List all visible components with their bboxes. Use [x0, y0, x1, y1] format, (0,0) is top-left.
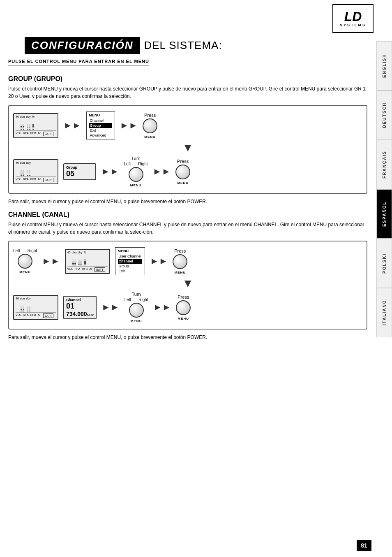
- menu-knob-2[interactable]: [175, 165, 190, 179]
- menu-item-channel: Channel: [89, 118, 112, 123]
- press-label-2: Press: [177, 159, 189, 164]
- menu-knob-label-1: MENU: [144, 135, 156, 139]
- batt-label: BATT: [43, 132, 53, 136]
- ch-turn-knob[interactable]: [129, 303, 144, 318]
- logo-systems: SYSTEMS: [340, 23, 366, 27]
- ch-knob-turn-1[interactable]: [18, 254, 32, 269]
- arrow-down-1: ▼: [182, 141, 194, 154]
- group-diagram-1: 40 dbu dby: [8, 105, 367, 194]
- channel-value-display: Channel 01 734.000MHz: [63, 296, 97, 319]
- ch-turn-label: Turn: [132, 292, 141, 297]
- channel-turn-knob-2: Turn Left Right MENU: [125, 292, 148, 323]
- ch-menu-knob-2[interactable]: [176, 300, 191, 315]
- channel-freq: 734.000: [66, 311, 87, 317]
- channel-turn-knob-1: Left Right MENU: [13, 248, 37, 274]
- title-del-sistema: DEL SISTEMA:: [144, 39, 222, 52]
- group-device-display-1: 40 dbu dby: [13, 113, 58, 138]
- ch-press-label-1: Press: [174, 248, 186, 253]
- press-label-1: Press: [144, 113, 156, 118]
- ch-menu-channel-selected: Channel: [118, 259, 142, 264]
- menu-item-advanced: Advanced: [89, 133, 112, 138]
- channel-device-display-1: 40 dbu dby: [65, 249, 110, 274]
- logo: LD SYSTEMS: [332, 4, 374, 33]
- channel-section-title: CHANNEL (CANAL): [8, 211, 367, 218]
- ch-arrow-down-wrap: ▼: [13, 277, 362, 290]
- channel-display-title: Channel: [66, 298, 94, 302]
- lang-tab-english[interactable]: ENGLISH: [376, 41, 392, 91]
- ch-lr-label-1: Left Right: [13, 248, 37, 253]
- group-display-title: Group: [66, 165, 93, 169]
- ch-menu-user-channel: User Channel: [118, 254, 142, 259]
- channel-device-display-2: 40 dbu dby: [13, 295, 58, 320]
- lang-tabs-container: ENGLISHDEUTSCHFRANÇAISESPAÑOLPOLSKIITALI…: [376, 41, 392, 337]
- lang-tab-español[interactable]: ESPAÑOL: [376, 189, 392, 239]
- ch-menu-knob-1[interactable]: [173, 254, 187, 269]
- main-content: CONFIGURACIÓN DEL SISTEMA: PULSE EL CONT…: [0, 0, 376, 353]
- ch-lr-right-1: Right: [28, 248, 37, 253]
- lang-tab-français[interactable]: FRANÇAIS: [376, 140, 392, 189]
- arrow-2: ►►: [120, 120, 138, 131]
- ch-press-label-2: Press: [178, 295, 189, 299]
- ch-lr-left-1: Left: [13, 248, 20, 253]
- group-press-knob-2: Press MENU: [175, 159, 190, 185]
- ch-menu-exit: Exit: [118, 269, 142, 274]
- channel-exit-text: Para salir, mueva el cursor y pulse el c…: [8, 334, 367, 341]
- ch-arrow-4: ►►: [153, 302, 171, 313]
- menu-item-exit: Exit: [89, 128, 112, 133]
- ch-menu-group: Group: [118, 264, 142, 269]
- channel-menu-popup-1: MENU User Channel Channel Group Exit: [115, 247, 145, 275]
- ch-arrow-2: ►►: [150, 256, 168, 267]
- page-title-wrap: CONFIGURACIÓN DEL SISTEMA:: [25, 37, 367, 54]
- lang-tab-deutsch[interactable]: DEUTSCH: [376, 91, 392, 140]
- ch-menu-knob-label-2: MENU: [178, 317, 189, 320]
- ch-menu-knob-label-1: MENU: [174, 271, 186, 274]
- group-exit-text: Para salir, mueva el cursor y pulse el c…: [8, 198, 367, 205]
- device-bottom-labels-1: VOLRFARFBAF BATT: [16, 130, 56, 136]
- arrow-4: ►►: [153, 166, 171, 177]
- ch-knob-label-1: MENU: [19, 270, 31, 274]
- lr-left-1: Left: [124, 162, 131, 166]
- channel-diagram-1: Left Right MENU ►► 40 dbu: [8, 241, 367, 330]
- title-black-box: CONFIGURACIÓN: [25, 37, 140, 54]
- group-device-display-2: 40 dbu dby: [13, 159, 58, 184]
- group-turn-knob: Turn Left Right MENU: [124, 156, 148, 187]
- lang-tab-polski[interactable]: POLSKI: [376, 239, 392, 288]
- channel-diagram-1-row: Left Right MENU ►► 40 dbu: [13, 247, 362, 275]
- channel-hz: MHz: [87, 313, 94, 317]
- group-diagram-2-row: 40 dbu dby: [13, 156, 362, 187]
- menu-title-1: MENU: [89, 113, 112, 117]
- group-diagram-1-row: 40 dbu dby: [13, 111, 362, 139]
- arrow-3: ►►: [101, 166, 119, 177]
- channel-display-value: 01: [66, 302, 94, 311]
- turn-label-1: Turn: [131, 156, 140, 161]
- group-press-knob-1: Press MENU: [143, 113, 157, 139]
- channel-press-knob-2: Press MENU: [176, 295, 191, 320]
- main-instruction: PULSE EL CONTROL MENU PARA ENTRAR EN EL …: [8, 59, 149, 65]
- menu-knob-label-2: MENU: [177, 181, 189, 185]
- lr-right-1: Right: [138, 162, 148, 166]
- channel-freq-display: 734.000MHz: [66, 311, 94, 317]
- ch-arrow-1: ►►: [42, 256, 60, 267]
- ch-arrow-3: ►►: [101, 302, 120, 313]
- menu-item-group-selected: Group: [89, 123, 112, 128]
- logo-ld: LD: [344, 10, 362, 23]
- ch-lr-right-2: Right: [138, 297, 148, 302]
- group-display-value: 05: [66, 169, 93, 178]
- turn-knob-1[interactable]: [129, 167, 143, 182]
- menu-knob-1[interactable]: [143, 118, 157, 133]
- ch-lr-left-2: Left: [125, 297, 131, 302]
- title-configuracion: CONFIGURACIÓN: [31, 39, 133, 52]
- group-section-body: Pulse el control MENU y mueva el cursor …: [8, 85, 367, 100]
- channel-press-knob-1: Press MENU: [173, 248, 187, 274]
- arrow-down-wrap-1: ▼: [13, 141, 362, 154]
- lang-tab-italiano[interactable]: ITALIANO: [376, 288, 392, 337]
- turn-knob-label-1: MENU: [130, 183, 142, 187]
- group-menu-popup-1: MENU Channel Group Exit Advanced: [86, 111, 115, 139]
- ch-menu-title: MENU: [118, 249, 142, 253]
- group-section-title: GROUP (GRUPO): [8, 75, 367, 83]
- ch-turn-knob-label: MENU: [131, 319, 142, 323]
- group-value-display: Group 05: [63, 163, 96, 180]
- ch-lr-label-2: Left Right: [125, 297, 148, 302]
- page-number: 81: [357, 540, 371, 551]
- lr-label-1: Left Right: [124, 162, 148, 166]
